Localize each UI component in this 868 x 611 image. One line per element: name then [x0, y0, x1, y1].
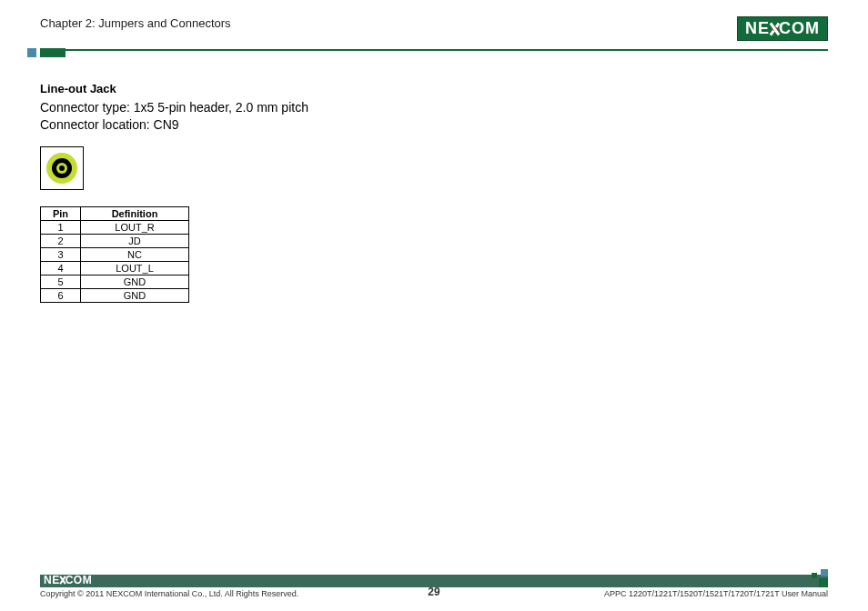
cell-pin: 6	[41, 288, 81, 302]
brand-x-icon	[767, 22, 782, 36]
jack-outer-ring-icon	[46, 153, 77, 184]
header-pin: Pin	[41, 206, 81, 220]
table-header-row: Pin Definition	[41, 206, 189, 220]
cell-pin: 4	[41, 261, 81, 275]
brand-logo: NE COM	[737, 16, 828, 41]
cell-pin: 1	[41, 220, 81, 234]
lineout-jack-diagram	[40, 146, 84, 190]
table-row: 3NC	[41, 247, 189, 261]
footer-brand-x-icon	[58, 576, 67, 585]
cell-pin: 5	[41, 275, 81, 288]
cell-def: GND	[81, 288, 189, 302]
jack-black-ring-icon	[52, 158, 72, 178]
pin-definition-table: Pin Definition 1LOUT_R 2JD 3NC 4LOUT_L 5…	[40, 206, 189, 303]
connector-type: Connector type: 1x5 5-pin header, 2.0 mm…	[40, 99, 828, 116]
header-definition: Definition	[81, 206, 189, 220]
header-rule	[40, 49, 828, 51]
manual-title: APPC 1220T/1221T/1520T/1521T/1720T/1721T…	[604, 589, 828, 598]
table-row: 6GND	[41, 288, 189, 302]
brand-text-left: NE	[745, 19, 770, 38]
cell-def: LOUT_R	[81, 220, 189, 234]
cell-pin: 3	[41, 247, 81, 261]
table-row: 4LOUT_L	[41, 261, 189, 275]
cell-def: LOUT_L	[81, 261, 189, 275]
jack-center-hole-icon	[59, 165, 65, 171]
cell-def: NC	[81, 247, 189, 261]
content-area: Line-out Jack Connector type: 1x5 5-pin …	[40, 51, 828, 303]
page-number: 29	[428, 586, 439, 598]
table-row: 2JD	[41, 234, 189, 247]
connector-location: Connector location: CN9	[40, 116, 828, 134]
brand-text-right: COM	[779, 19, 820, 38]
footer-text-line: Copyright © 2011 NEXCOM International Co…	[40, 589, 828, 598]
footer-decoration-icon	[808, 575, 828, 587]
cell-pin: 2	[41, 234, 81, 247]
chapter-title: Chapter 2: Jumpers and Connectors	[40, 16, 231, 30]
section-title: Line-out Jack	[40, 82, 828, 95]
page-footer: NE COM Copyright © 2011 NEXCOM Internati…	[40, 575, 828, 598]
page: Chapter 2: Jumpers and Connectors NE COM…	[0, 0, 868, 611]
page-header: Chapter 2: Jumpers and Connectors NE COM	[40, 16, 828, 45]
table-row: 5GND	[41, 275, 189, 288]
cell-def: GND	[81, 275, 189, 288]
copyright-text: Copyright © 2011 NEXCOM International Co…	[40, 589, 298, 598]
table-row: 1LOUT_R	[41, 220, 189, 234]
cell-def: JD	[81, 234, 189, 247]
jack-green-dot-icon	[56, 163, 67, 174]
footer-brand-right: COM	[66, 574, 93, 586]
footer-brand-logo: NE COM	[44, 574, 92, 586]
